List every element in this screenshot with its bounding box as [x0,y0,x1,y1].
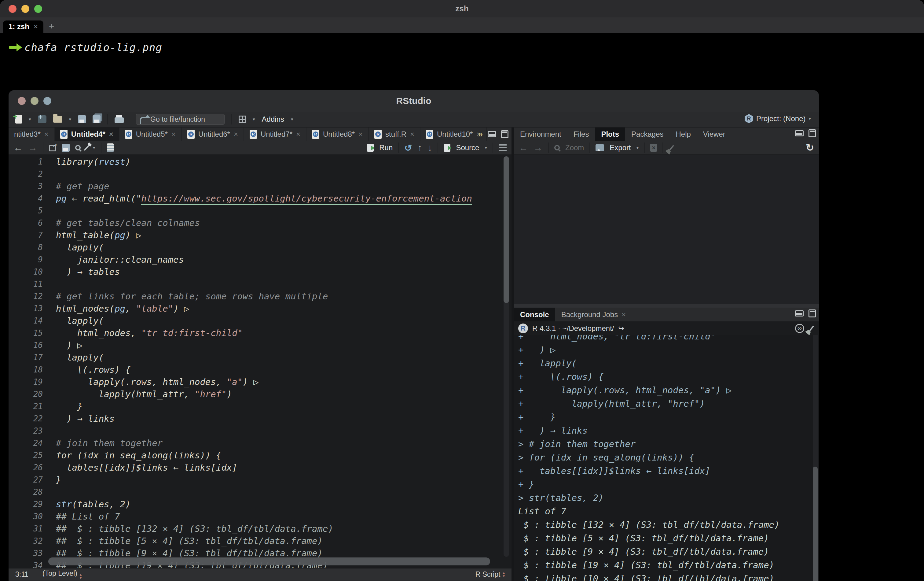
compile-report-icon[interactable] [107,143,114,152]
refresh-icon[interactable]: ↻ [806,142,814,154]
editor-tab-ntitled3[interactable]: ntitled3*× [8,127,55,141]
minimize-pane-icon[interactable] [795,310,804,316]
back-icon[interactable]: ← [13,142,23,153]
export-plot-icon[interactable] [596,144,604,151]
editor-tab-label: Untitled10* [437,130,473,139]
save-icon[interactable] [78,115,86,123]
tab-background-jobs[interactable]: Background Jobs× [555,308,632,321]
scrollbar-thumb[interactable] [503,156,509,303]
chevron-down-icon[interactable]: ▾ [69,116,71,122]
tab-viewer[interactable]: Viewer [697,127,731,141]
suspend-icon[interactable]: ∞ [795,324,804,333]
close-icon[interactable]: × [622,310,626,319]
close-icon[interactable]: × [109,130,113,139]
zoom-plot-icon[interactable] [554,145,560,151]
new-file-icon[interactable] [15,115,22,124]
goto-arrow-icon [140,117,147,124]
run-icon[interactable] [367,144,374,152]
save-all-icon[interactable] [92,115,101,123]
minimize-pane-icon[interactable] [488,131,496,137]
close-icon[interactable]: × [44,130,49,139]
tab-files[interactable]: Files [568,127,595,141]
tab-help[interactable]: Help [670,127,697,141]
share-icon[interactable]: ↪ [618,324,624,333]
clear-plots-icon[interactable] [669,145,674,151]
workspace-panes-icon[interactable] [239,116,246,123]
code-token: lapply(html_attr, [56,389,195,399]
new-tab-button[interactable]: + [49,22,54,31]
source-button[interactable]: Source [456,143,479,152]
code-line: 21 } [8,400,512,412]
editor-tab-Untitled7[interactable]: RUntitled7*× [244,127,307,141]
scrollbar-thumb[interactable] [813,467,818,581]
scope-selector[interactable]: (Top Level)▴▾ [43,569,82,579]
save-icon[interactable] [62,144,70,152]
code-token: janitor::clean_names [56,255,184,265]
close-icon[interactable]: × [234,130,238,139]
terminal-tab-zsh[interactable]: 1: zsh × [3,20,43,33]
console-scrollbar[interactable] [813,335,818,581]
editor-tab-Untitled10[interactable]: RUntitled10*× [421,127,487,141]
console-line: $ : tibble [19 × 4] (S3: tbl_df/tbl/data… [518,558,819,572]
chevron-down-icon[interactable]: ▾ [291,116,293,122]
close-icon[interactable]: × [296,130,300,139]
code-editor[interactable]: 1library(rvest)23# get page4pg ← read_ht… [8,155,512,568]
console-output[interactable]: + html_nodes, "tr td:first-child"+ ) ▷+ … [514,335,819,581]
clear-console-icon[interactable] [809,326,814,331]
chevron-down-icon[interactable]: ▾ [637,145,639,151]
goto-file-input[interactable]: Go to file/function [136,114,224,125]
close-icon[interactable]: × [358,130,363,139]
filetype-selector[interactable]: R Script▴▾ [475,570,505,579]
code-token: ) → links [56,414,115,424]
previous-plot-icon[interactable]: ← [519,142,528,153]
close-icon[interactable]: × [34,22,38,31]
r-file-icon: R [60,130,68,139]
run-next-icon[interactable]: ↓ [427,142,432,153]
maximize-pane-icon[interactable] [808,310,816,318]
chevron-down-icon[interactable]: ▾ [93,145,95,151]
tab-plots[interactable]: Plots [595,127,625,141]
popout-window-icon[interactable] [49,145,56,151]
close-icon[interactable]: × [410,130,414,139]
minimize-pane-icon[interactable] [795,130,804,136]
addins-button[interactable]: Addins [262,115,284,124]
run-previous-icon[interactable]: ↑ [417,142,422,153]
editor-tab-Untitled5[interactable]: RUntitled5*× [119,127,182,141]
project-menu[interactable]: R Project: (None) ▾ [745,114,811,123]
new-project-icon[interactable] [38,115,46,123]
tab-overflow-icon[interactable]: » [478,129,483,139]
line-number: 34 [8,559,43,568]
chevron-down-icon[interactable]: ▾ [485,145,487,151]
zoom-plot-button[interactable]: Zoom [565,143,584,152]
editor-tab-stuff.R[interactable]: Rstuff.R× [369,127,421,141]
chevron-down-icon[interactable]: ▾ [29,116,31,122]
tab-packages[interactable]: Packages [625,127,670,141]
pane-splitter-horizontal[interactable] [514,304,819,308]
document-outline-icon[interactable] [499,144,507,151]
next-plot-icon[interactable]: → [533,142,543,153]
code-line: 8 lapply( [8,241,512,253]
editor-tab-Untitled6[interactable]: RUntitled6*× [182,127,244,141]
close-icon[interactable]: × [172,130,176,139]
editor-tab-Untitled4[interactable]: RUntitled4*× [55,127,119,141]
print-icon[interactable] [115,118,124,123]
remove-plot-icon[interactable]: × [650,144,657,152]
editor-horizontal-scrollbar[interactable] [48,558,490,565]
run-button[interactable]: Run [379,143,393,152]
open-file-icon[interactable] [53,116,62,122]
code-tools-icon[interactable] [84,145,89,151]
source-icon[interactable] [444,144,450,152]
editor-tab-Untitled8[interactable]: RUntitled8*× [307,127,369,141]
tab-console[interactable]: Console [514,308,555,321]
forward-icon[interactable]: → [28,142,37,153]
export-button[interactable]: Export [610,143,631,152]
console-text: $ : tibble [10 × 4] (S3: tbl_df/tbl/data… [518,573,774,581]
editor-vertical-scrollbar[interactable] [503,156,509,557]
pane-splitter-vertical[interactable] [512,127,514,581]
maximize-pane-icon[interactable] [808,129,816,137]
find-icon[interactable] [75,145,81,151]
rerun-icon[interactable]: ↺ [404,142,412,153]
tab-environment[interactable]: Environment [514,127,568,141]
chevron-down-icon[interactable]: ▾ [253,116,255,122]
maximize-pane-icon[interactable] [501,130,508,138]
